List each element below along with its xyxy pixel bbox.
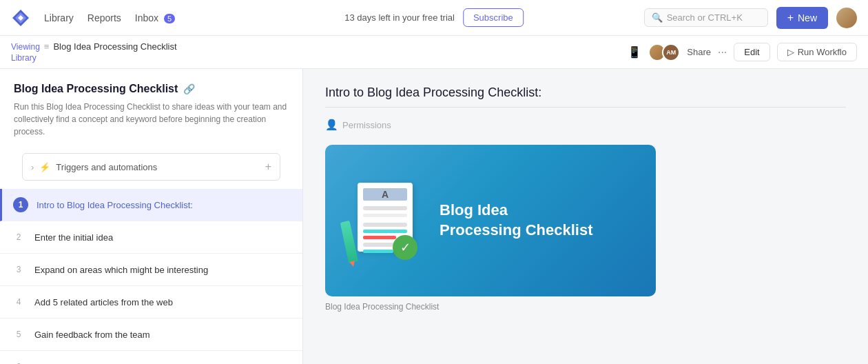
link-icon[interactable]: 🔗 [183,83,195,94]
viewing-label: Viewing [11,42,40,52]
sidebar-title: Blog Idea Processing Checklist [14,83,178,95]
doc-line-2 [363,214,407,217]
step-item[interactable]: 6 Summarize the potential article [0,351,302,364]
doc-line-3 [363,223,407,227]
pencil [340,221,358,263]
sidebar-title-row: Blog Idea Processing Checklist 🔗 [14,83,289,95]
logo[interactable] [11,8,30,28]
card-illustration: A ✓ [347,176,423,265]
search-box[interactable]: 🔍 Search or CTRL+K [644,8,768,27]
user-avatar[interactable] [836,8,857,28]
letter-a: A [382,189,389,200]
trial-text: 13 days left in your free trial [344,12,455,23]
permissions-row[interactable]: 👤 Permissions [325,119,846,131]
sidebar-header: Blog Idea Processing Checklist 🔗 Run thi… [0,69,302,146]
permissions-icon: 👤 [325,119,338,131]
step-number-4: 4 [11,294,26,310]
nav-right: 🔍 Search or CTRL+K + New [644,7,857,29]
card-title: Blog IdeaProcessing Checklist [440,201,593,240]
doc-header: A [363,188,407,201]
breadcrumb-right: 📱 AM Share ··· Edit ▷ Run Workflo [628,43,857,61]
step-label-5: Gain feedback from the team [34,330,291,340]
step-item[interactable]: 5 Gain feedback from the team [0,318,302,351]
breadcrumb-doc-title: Blog Idea Processing Checklist [53,41,176,52]
play-icon: ▷ [787,47,794,57]
step-item[interactable]: 3 Expand on areas which might be interes… [0,254,302,286]
more-options-button[interactable]: ··· [718,46,727,59]
search-placeholder: Search or CTRL+K [667,12,743,23]
avatar-group: AM [648,43,680,61]
nav-inbox[interactable]: Inbox 5 [135,12,175,23]
doc-line-teal2 [363,250,393,253]
breadcrumb-bar: Viewing ≡ Blog Idea Processing Checklist… [0,36,868,69]
nav-links: Library Reports Inbox 5 [44,12,175,23]
checklist-card: A ✓ Blog IdeaProcessing Check [325,145,656,296]
add-trigger-icon[interactable]: + [265,161,271,173]
permissions-label: Permissions [342,120,391,130]
step-item[interactable]: 2 Enter the initial idea [0,221,302,254]
triggers-label: Triggers and automations [56,162,157,172]
pencil-tip [349,261,355,267]
step-item[interactable]: 1 Intro to Blog Idea Processing Checklis… [0,189,302,221]
inbox-badge: 5 [164,14,175,23]
trial-bar: 13 days left in your free trial Subscrib… [344,8,524,27]
card-text: Blog IdeaProcessing Checklist [440,201,593,240]
breadcrumb-sep1: ≡ [44,41,50,52]
run-workflow-button[interactable]: ▷ Run Workflo [777,43,857,61]
subscribe-button[interactable]: Subscribe [463,8,524,27]
step-label-3: Expand on areas which might be interesti… [34,265,291,275]
step-number-3: 3 [11,262,26,277]
new-button[interactable]: + New [776,7,828,29]
triggers-left: › ⚡ Triggers and automations [31,162,157,172]
breadcrumb-path: Viewing ≡ Blog Idea Processing Checklist [11,41,177,52]
chevron-right-icon: › [31,162,34,172]
step-number-6: 6 [11,359,26,364]
breadcrumb-sub[interactable]: Library [11,53,177,63]
step-list: 1 Intro to Blog Idea Processing Checklis… [0,189,302,364]
search-icon: 🔍 [652,12,663,23]
nav-reports[interactable]: Reports [87,12,121,23]
breadcrumb-left: Viewing ≡ Blog Idea Processing Checklist… [11,41,177,63]
plus-icon: + [787,12,794,24]
edit-button[interactable]: Edit [734,43,769,61]
card-caption: Blog Idea Processing Checklist [325,302,846,312]
doc-line-red [363,236,396,239]
step-number-5: 5 [11,327,26,342]
step-label-1: Intro to Blog Idea Processing Checklist: [37,200,291,210]
doc-line-1 [363,206,407,210]
step-number-1: 1 [13,197,28,212]
share-button[interactable]: Share [687,47,711,57]
doc-line-teal [363,230,407,233]
content-divider [325,107,846,108]
step-label-6: Summarize the potential article [34,362,291,365]
step-number-2: 2 [11,230,26,245]
triggers-container: › ⚡ Triggers and automations + [0,146,302,189]
sidebar-description: Run this Blog Idea Processing Checklist … [14,101,289,138]
content-title: Intro to Blog Idea Processing Checklist: [325,85,846,100]
bolt-icon: ⚡ [39,162,50,172]
mobile-icon[interactable]: 📱 [628,46,641,59]
triggers-row[interactable]: › ⚡ Triggers and automations + [22,153,280,181]
content-area: Intro to Blog Idea Processing Checklist:… [303,69,868,364]
nav-library[interactable]: Library [44,12,74,23]
sidebar: Blog Idea Processing Checklist 🔗 Run thi… [0,69,303,364]
step-label-2: Enter the initial idea [34,232,291,243]
top-nav: Library Reports Inbox 5 13 days left in … [0,0,868,36]
step-item[interactable]: 4 Add 5 related articles from the web [0,286,302,318]
avatar-user2: AM [662,43,680,61]
step-label-4: Add 5 related articles from the web [34,297,291,307]
main-layout: Blog Idea Processing Checklist 🔗 Run thi… [0,69,868,364]
check-badge: ✓ [393,235,417,260]
